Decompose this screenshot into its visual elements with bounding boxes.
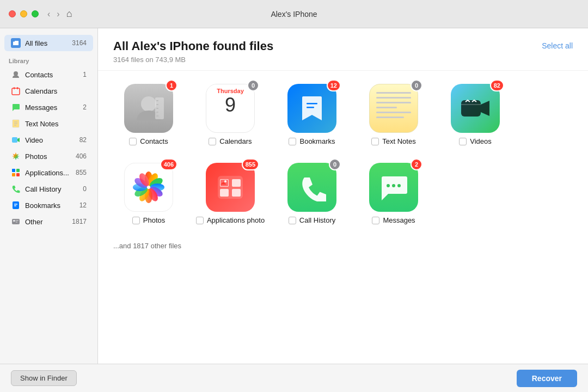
svg-marker-9 [17,138,20,142]
messages-checkbox[interactable] [372,217,379,224]
photos-grid-label: Photos [143,216,165,224]
content-title: All Alex's IPhone found files [113,39,273,53]
svg-rect-12 [16,169,20,172]
svg-rect-8 [12,137,17,143]
textnotes-checkbox[interactable] [371,138,379,145]
maximize-button[interactable] [32,10,39,17]
messages-sidebar-count: 2 [83,103,87,111]
contacts-checkbox[interactable] [129,138,137,145]
svg-rect-24 [156,108,158,109]
grid-item-calendars[interactable]: Thursday 9 0 Calendars [195,84,266,145]
applications-grid-label: Applications photo [207,216,265,224]
callhistory-checkbox[interactable] [289,217,296,224]
window-title: Alex's IPhone [271,10,317,19]
home-button[interactable]: ⌂ [66,8,72,20]
svg-rect-17 [13,220,15,222]
callhistory-icon [287,163,336,212]
show-in-finder-button[interactable]: Show in Finder [11,370,77,386]
sidebar-item-messages[interactable]: Messages 2 [4,100,93,115]
note-line-1 [376,92,411,94]
other-files-text: ...and 1817 other files [113,242,573,250]
bottom-bar: Show in Finder Recover [0,364,588,392]
sidebar-item-callhistory[interactable]: Call History 0 [4,181,93,197]
calendars-checkbox[interactable] [209,138,216,145]
note-line-5 [376,112,411,113]
sidebar-item-photos[interactable]: Photos 406 [4,149,93,164]
forward-button[interactable]: › [54,8,62,20]
textnotes-icon [369,84,418,133]
close-button[interactable] [9,10,16,17]
bookmarks-sidebar-count: 12 [79,201,87,209]
calendars-icon: Thursday 9 [206,84,255,133]
sidebar-item-contacts[interactable]: Contacts 1 [4,67,93,82]
svg-rect-46 [232,179,241,187]
grid-item-bookmarks[interactable]: 12 Bookmarks [277,84,347,145]
note-line-2 [376,97,411,99]
videos-badge: 82 [490,79,504,91]
traffic-lights [9,10,39,17]
callhistory-icon-wrapper: 0 [287,163,336,212]
cal-date: 9 [225,95,236,115]
messages-grid-label: Messages [383,216,415,224]
sidebar-item-calendars[interactable]: Calendars [4,83,93,99]
svg-rect-45 [220,189,229,197]
title-bar: ‹ › ⌂ Alex's IPhone [0,0,588,28]
applications-checkbox[interactable] [196,217,204,224]
sidebar-item-bookmarks[interactable]: Bookmarks 12 [4,198,93,213]
grid-item-messages[interactable]: 2 Messages [358,163,429,224]
photos-label-row: Photos [132,216,165,224]
svg-rect-1 [12,88,20,95]
grid-item-textnotes[interactable]: 0 Text Notes [358,84,429,145]
photos-icon-wrapper: 406 [124,163,173,212]
main-layout: All files 3164 Library Contacts 1 Calend… [0,28,588,364]
videos-icon [451,84,500,133]
callhistory-sidebar-label: Call History [25,185,83,193]
content-area: All Alex's IPhone found files 3164 files… [98,28,588,364]
bookmarks-checkbox[interactable] [289,138,296,145]
select-all-button[interactable]: Select all [542,39,573,52]
calendars-label-row: Calendars [209,137,252,145]
calendars-sidebar-label: Calendars [25,87,87,95]
callhistory-sidebar-count: 0 [83,185,87,193]
textnotes-icon-wrapper: 0 [369,84,418,133]
videos-label-row: Videos [459,137,492,145]
applications-label-row: Applications photo [196,216,265,224]
grid-item-videos[interactable]: 82 Videos [440,84,511,145]
video-sidebar-count: 82 [79,136,87,144]
callhistory-label-row: Call History [289,216,335,224]
applications-icon-wrapper: 855 [206,163,255,212]
svg-point-20 [141,96,156,112]
back-button[interactable]: ‹ [45,8,52,20]
svg-rect-13 [12,173,15,176]
all-files-icon [11,38,21,48]
textnotes-sidebar-label: Text Notes [25,120,87,128]
sidebar-item-other[interactable]: Other 1817 [4,214,93,229]
sidebar-item-all-files[interactable]: All files 3164 [4,35,93,51]
note-line-6 [376,117,404,118]
bookmarks-sidebar-label: Bookmarks [25,201,79,210]
contacts-sidebar-icon [11,70,21,79]
photos-checkbox[interactable] [132,217,140,224]
sidebar-item-video[interactable]: Video 82 [4,132,93,148]
sidebar-item-applications[interactable]: Applications... 855 [4,165,93,180]
contacts-sidebar-count: 1 [83,71,87,78]
grid-item-photos[interactable]: 406 Photos [113,163,184,224]
minimize-button[interactable] [20,10,27,17]
messages-badge: 2 [411,158,422,170]
grid-item-contacts[interactable]: 1 Contacts [113,84,184,145]
grid-row-2: 406 Photos [113,163,573,224]
svg-rect-27 [307,103,317,105]
applications-sidebar-icon [11,168,21,177]
calendars-sidebar-icon [11,86,21,96]
recover-button[interactable]: Recover [517,370,577,387]
other-sidebar-label: Other [25,218,72,226]
svg-point-52 [397,184,401,187]
svg-rect-25 [156,112,158,113]
videos-checkbox[interactable] [459,138,467,145]
grid-item-applications[interactable]: 855 Applications photo [195,163,266,224]
textnotes-sidebar-icon [11,119,21,128]
video-sidebar-icon [11,135,21,145]
library-section-label: Library [0,56,97,66]
sidebar-item-textnotes[interactable]: Text Notes [4,116,93,131]
grid-item-callhistory[interactable]: 0 Call History [277,163,347,224]
